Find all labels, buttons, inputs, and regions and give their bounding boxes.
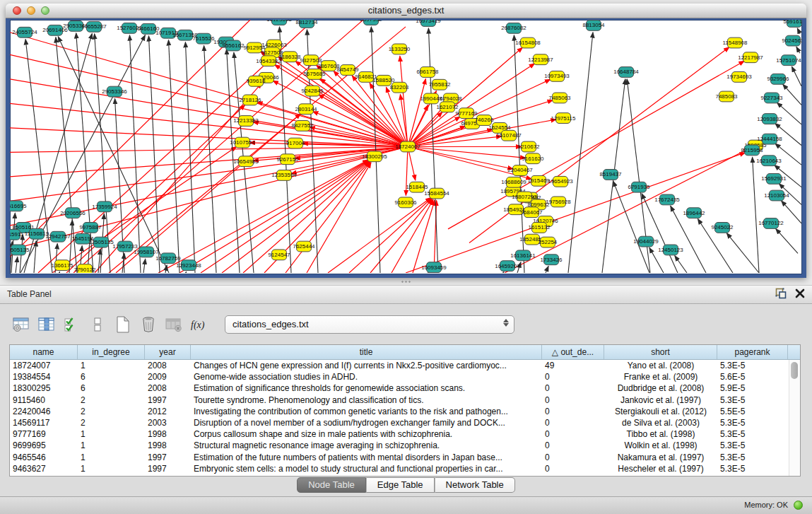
table-cell[interactable]: 0: [542, 395, 604, 406]
column-header-out_de[interactable]: △ out_de...: [542, 345, 604, 359]
graph-node[interactable]: 8813054: [582, 20, 605, 30]
table-cell[interactable]: 6: [78, 382, 145, 394]
table-cell[interactable]: Yano et al. (2008): [604, 360, 717, 371]
graph-node[interactable]: 12103054: [764, 190, 789, 201]
table-cell[interactable]: 0: [542, 463, 604, 474]
vertical-scrollbar[interactable]: [789, 360, 800, 476]
table-cell[interactable]: 5.3E-5: [717, 417, 788, 428]
delete-table-icon[interactable]: [139, 315, 158, 334]
table-cell[interactable]: Stergiakouli et al. (2012): [604, 406, 717, 417]
table-cell[interactable]: 0: [542, 417, 604, 428]
table-panel-titlebar[interactable]: Table Panel: [0, 286, 812, 304]
table-cell[interactable]: 0: [542, 428, 604, 440]
table-cell[interactable]: Jankovic et al. (1997): [604, 395, 717, 406]
graph-node[interactable]: 7625444: [293, 241, 315, 252]
table-options-icon[interactable]: [11, 315, 31, 334]
table-selector-dropdown[interactable]: citations_edges.txt: [225, 315, 514, 334]
graph-node[interactable]: 1133250: [389, 44, 411, 54]
graph-node[interactable]: 16154808: [515, 37, 541, 48]
graph-node[interactable]: 10543382: [256, 56, 281, 66]
tab-network-table[interactable]: Network Table: [435, 477, 515, 493]
graph-node[interactable]: 19756928: [546, 197, 571, 207]
table-cell[interactable]: 5.3E-5: [717, 463, 788, 474]
table-cell[interactable]: 5.3E-5: [717, 395, 788, 406]
table-cell[interactable]: 5.3E-5: [717, 360, 788, 371]
graph-node[interactable]: 9161620: [522, 153, 544, 164]
table-cell[interactable]: 0: [542, 382, 604, 394]
table-cell[interactable]: 2: [78, 417, 145, 428]
graph-node[interactable]: 16093459: [421, 262, 447, 273]
table-cell[interactable]: Investigating the contribution of common…: [191, 406, 542, 417]
graph-node[interactable]: 1733426: [540, 255, 563, 265]
graph-node[interactable]: 12942757: [45, 231, 71, 242]
table-cell[interactable]: 5.3E-5: [717, 440, 788, 451]
table-cell[interactable]: 2008: [145, 382, 191, 394]
graph-node[interactable]: 8519437: [599, 170, 622, 180]
graph-node[interactable]: 9556162: [222, 40, 245, 51]
column-header-pagerank[interactable]: pagerank: [717, 345, 788, 359]
graph-node[interactable]: 3915911: [10, 229, 24, 240]
table-cell[interactable]: 1998: [145, 440, 191, 451]
table-cell[interactable]: 2: [78, 406, 145, 417]
table-cell[interactable]: Nakamura et al. (1997): [604, 452, 717, 463]
table-cell[interactable]: 5.3E-5: [717, 452, 788, 463]
graph-node[interactable]: 12213987: [528, 54, 553, 65]
table-cell[interactable]: 1: [78, 463, 145, 474]
graph-node[interactable]: 2516695: [10, 201, 27, 211]
graph-node[interactable]: 19734693: [726, 71, 752, 82]
graph-node[interactable]: 10688609: [501, 177, 526, 187]
table-cell[interactable]: 5.5E-5: [717, 406, 788, 417]
table-cell[interactable]: 1: [78, 452, 145, 463]
table-cell[interactable]: 0: [542, 406, 604, 417]
function-builder-icon[interactable]: f(x): [189, 315, 209, 334]
table-cell[interactable]: 2009: [145, 371, 191, 382]
table-cell[interactable]: 2012: [145, 406, 191, 417]
table-cell[interactable]: 0: [542, 371, 604, 382]
graph-node[interactable]: 19044029: [633, 236, 659, 247]
graph-node[interactable]: 16459207: [495, 261, 520, 271]
table-cell[interactable]: Wolkin et al. (1998): [604, 440, 717, 451]
table-cell[interactable]: Hescheler et al. (1997): [604, 463, 717, 474]
table-row[interactable]: 1872400712008Changes of HCN gene express…: [10, 360, 800, 371]
table-row[interactable]: 911546021997Tourette syndrome. Phenomeno…: [10, 395, 800, 406]
graph-node[interactable]: 15123608: [266, 20, 292, 25]
graph-node[interactable]: 10654985: [233, 156, 259, 167]
graph-node[interactable]: 2803144: [295, 104, 317, 115]
table-cell[interactable]: 22420046: [10, 406, 78, 417]
table-cell[interactable]: 9777169: [10, 428, 78, 440]
graph-node[interactable]: 12923448: [176, 260, 201, 271]
table-cell[interactable]: Estimation of the future numbers of pati…: [191, 452, 542, 463]
table-cell[interactable]: Disruption of a novel member of a sodium…: [191, 417, 542, 428]
table-cell[interactable]: Estimation of significance thresholds fo…: [191, 382, 542, 394]
table-cell[interactable]: 9699695: [10, 440, 78, 451]
graph-node[interactable]: 1896442: [683, 208, 705, 218]
tab-edge-table[interactable]: Edge Table: [366, 477, 435, 493]
table-cell[interactable]: 9463627: [10, 463, 78, 474]
window-titlebar[interactable]: citations_edges.txt: [6, 4, 806, 18]
table-cell[interactable]: 6: [78, 371, 145, 382]
new-table-icon[interactable]: [113, 315, 133, 334]
table-cell[interactable]: 18724007: [10, 360, 78, 371]
graph-node[interactable]: 832203: [390, 82, 409, 93]
graph-node[interactable]: 8427552: [291, 121, 314, 132]
table-cell[interactable]: 1997: [145, 395, 191, 406]
graph-node[interactable]: 24055724: [12, 27, 37, 37]
graph-node[interactable]: 12093832: [757, 114, 782, 124]
column-header-short[interactable]: short: [604, 345, 717, 359]
graph-node[interactable]: 5675685: [303, 69, 326, 80]
table-row[interactable]: 946554611997Estimation of the future num…: [10, 452, 800, 463]
graph-node[interactable]: 8812734: [295, 20, 318, 28]
table-cell[interactable]: Corpus callosum shape and size in male p…: [191, 428, 542, 440]
column-header-in_degree[interactable]: in_degree: [78, 345, 145, 359]
graph-node[interactable]: 11548908: [723, 37, 748, 48]
graph-node[interactable]: 1615132: [528, 222, 551, 233]
table-cell[interactable]: Embryonic stem cells: a model to study s…: [191, 463, 542, 474]
graph-node[interactable]: 7485083: [715, 91, 738, 102]
graph-node[interactable]: 15692931: [761, 173, 787, 184]
graph-node[interactable]: 9227343: [760, 93, 783, 103]
table-cell[interactable]: 2003: [145, 417, 191, 428]
table-row[interactable]: 969969511998Structural magnetic resonanc…: [10, 440, 800, 451]
graph-node[interactable]: 9505135: [10, 245, 30, 255]
table-cell[interactable]: 1: [78, 360, 145, 371]
float-panel-icon[interactable]: [775, 288, 787, 302]
